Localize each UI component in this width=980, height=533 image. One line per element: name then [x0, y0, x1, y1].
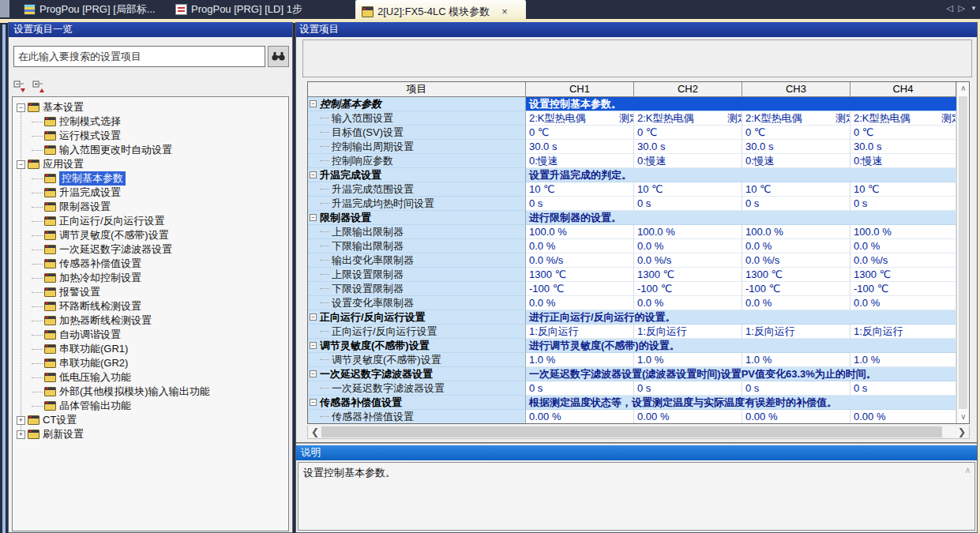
- item-cell[interactable]: 上限输出限制器: [308, 225, 526, 239]
- value-cell-ch1[interactable]: 10 ℃: [526, 182, 634, 197]
- value-cell-ch1[interactable]: 0 s: [526, 381, 634, 396]
- tree-item-10[interactable]: 调节灵敏度(不感带)设置: [13, 228, 288, 242]
- item-cell[interactable]: 升温完成均热时间设置: [308, 197, 526, 211]
- value-cell-ch2[interactable]: 30.0 s: [634, 140, 742, 154]
- tree-item-3[interactable]: 运行模式设置: [13, 129, 288, 143]
- tree-item-6[interactable]: 控制基本参数: [13, 171, 288, 186]
- collapse-group-icon[interactable]: −: [310, 171, 317, 178]
- tree-item-19[interactable]: 串联功能(GR2): [13, 356, 288, 370]
- value-cell-ch3[interactable]: 10 ℃: [742, 182, 850, 197]
- close-tab-icon[interactable]: ×: [501, 6, 508, 17]
- item-cell[interactable]: 下限输出限制器: [308, 239, 526, 253]
- item-cell[interactable]: −一次延迟数字滤波器设置: [308, 367, 526, 381]
- value-cell-ch1[interactable]: 0.0 %: [526, 239, 634, 253]
- value-cell-ch2[interactable]: 0 s: [634, 197, 742, 211]
- search-input[interactable]: [13, 46, 265, 67]
- value-cell-ch1[interactable]: 1:反向运行: [526, 325, 634, 339]
- item-cell[interactable]: −限制器设置: [308, 211, 526, 225]
- tree-item-15[interactable]: 环路断线检测设置: [13, 299, 288, 313]
- value-cell-ch1[interactable]: 0:慢速: [526, 154, 634, 168]
- tree-item-23[interactable]: +CT设置: [13, 413, 288, 427]
- collapse-group-icon[interactable]: −: [310, 370, 317, 377]
- value-cell-ch4[interactable]: 0 s: [850, 197, 956, 211]
- group-description-cell[interactable]: 一次延迟数字滤波器设置(滤波器设置时间)设置PV值变化63.3%为止的时间。: [526, 367, 956, 381]
- value-cell-ch3[interactable]: 1300 ℃: [742, 268, 850, 282]
- value-cell-ch4[interactable]: 10 ℃: [850, 182, 956, 197]
- tree-item-21[interactable]: 外部(其他模拟模块)输入输出功能: [13, 385, 288, 399]
- collapse-node-icon[interactable]: −: [17, 103, 25, 112]
- item-cell[interactable]: 上限设置限制器: [308, 268, 526, 282]
- tree-item-4[interactable]: 输入范围更改时自动设置: [13, 143, 288, 157]
- group-description-cell[interactable]: 进行调节灵敏度(不感带)的设置。: [526, 339, 956, 353]
- vscroll-thumb[interactable]: [959, 96, 967, 409]
- value-cell-ch1[interactable]: 100.0 %: [526, 225, 634, 239]
- scroll-right-icon[interactable]: ❯: [956, 426, 968, 438]
- group-description-cell[interactable]: 设置控制基本参数。: [526, 97, 956, 111]
- value-cell-ch2[interactable]: 2:K型热电偶测定: [634, 111, 742, 126]
- value-cell-ch4[interactable]: 0.0 %: [850, 239, 956, 253]
- tree-item-20[interactable]: 低电压输入功能: [13, 370, 288, 385]
- value-cell-ch4[interactable]: 0 s: [850, 381, 956, 396]
- value-cell-ch1[interactable]: 0 s: [526, 197, 634, 211]
- value-cell-ch4[interactable]: 1:反向运行: [850, 325, 956, 339]
- value-cell-ch2[interactable]: -100 ℃: [634, 282, 742, 296]
- item-cell[interactable]: 调节灵敏度(不感带)设置: [308, 353, 526, 367]
- tree-item-14[interactable]: 报警设置: [13, 285, 288, 299]
- value-cell-ch4[interactable]: 30.0 s: [850, 140, 956, 154]
- group-description-cell[interactable]: 根据测定温度状态等，设置测定温度与实际温度有误差时的补偿值。: [526, 396, 956, 410]
- item-cell[interactable]: 设置变化率限制器: [308, 296, 526, 310]
- tree-item-24[interactable]: +刷新设置: [13, 427, 288, 441]
- item-cell[interactable]: 控制响应参数: [308, 154, 526, 168]
- hscroll-thumb[interactable]: [321, 426, 942, 437]
- value-cell-ch4[interactable]: 1300 ℃: [850, 268, 956, 282]
- value-cell-ch3[interactable]: 0.0 %/s: [742, 253, 850, 268]
- tree-item-12[interactable]: 传感器补偿值设置: [13, 257, 288, 271]
- value-cell-ch1[interactable]: 0.0 %/s: [526, 253, 634, 268]
- value-cell-ch3[interactable]: 1:反向运行: [742, 325, 850, 339]
- item-cell[interactable]: 正向运行/反向运行设置: [308, 325, 526, 339]
- value-cell-ch4[interactable]: 0 ℃: [850, 126, 956, 140]
- value-cell-ch4[interactable]: 100.0 %: [850, 225, 956, 239]
- value-cell-ch4[interactable]: -100 ℃: [850, 282, 956, 296]
- tree-item-22[interactable]: 晶体管输出功能: [13, 399, 288, 413]
- tree-item-8[interactable]: 限制器设置: [13, 200, 288, 214]
- collapse-group-icon[interactable]: −: [310, 214, 317, 221]
- value-cell-ch1[interactable]: 1.0 %: [526, 353, 634, 367]
- value-cell-ch3[interactable]: 0.0 %: [742, 239, 850, 253]
- tree-item-7[interactable]: 升温完成设置: [13, 186, 288, 200]
- table-vertical-scrollbar[interactable]: ∧ ∨: [956, 82, 969, 423]
- value-cell-ch4[interactable]: 0:慢速: [850, 154, 956, 168]
- value-cell-ch2[interactable]: 0.0 %: [634, 296, 742, 310]
- item-cell[interactable]: −控制基本参数: [308, 97, 526, 111]
- value-cell-ch3[interactable]: 1.0 %: [742, 353, 850, 367]
- collapse-group-icon[interactable]: −: [310, 100, 317, 107]
- tree-item-2[interactable]: 控制模式选择: [13, 114, 288, 129]
- value-cell-ch2[interactable]: 0 ℃: [634, 126, 742, 140]
- item-cell[interactable]: 升温完成范围设置: [308, 182, 526, 197]
- expand-node-icon[interactable]: +: [17, 416, 25, 425]
- value-cell-ch4[interactable]: 0.0 %/s: [850, 253, 956, 268]
- collapse-group-icon[interactable]: −: [310, 313, 317, 321]
- value-cell-ch1[interactable]: 0.0 %: [526, 296, 634, 310]
- value-cell-ch4[interactable]: 0.0 %: [850, 296, 956, 310]
- value-cell-ch2[interactable]: 0.0 %: [634, 239, 742, 253]
- group-description-cell[interactable]: 进行正向运行/反向运行的设置。: [526, 310, 956, 325]
- value-cell-ch3[interactable]: 0.0 %: [742, 296, 850, 310]
- value-cell-ch2[interactable]: 1300 ℃: [634, 268, 742, 282]
- item-cell[interactable]: 目标值(SV)设置: [308, 126, 526, 140]
- value-cell-ch4[interactable]: 0.00 %: [850, 410, 956, 423]
- table-horizontal-scrollbar[interactable]: ❮ ❯: [307, 426, 970, 439]
- value-cell-ch3[interactable]: 100.0 %: [742, 225, 850, 239]
- value-cell-ch1[interactable]: 2:K型热电偶测定: [526, 111, 634, 126]
- group-description-cell[interactable]: 设置升温完成的判定。: [526, 168, 956, 182]
- search-button[interactable]: [268, 46, 289, 67]
- scroll-up-icon[interactable]: ∧: [957, 82, 970, 95]
- item-cell[interactable]: 下限设置限制器: [308, 282, 526, 296]
- value-cell-ch3[interactable]: 30.0 s: [742, 140, 850, 154]
- tab-nav-right-icon[interactable]: ▷: [959, 3, 965, 13]
- tree-item-9[interactable]: 正向运行/反向运行设置: [13, 214, 288, 228]
- tab-nav-left-icon[interactable]: ◁: [946, 3, 952, 13]
- item-cell[interactable]: −升温完成设置: [308, 168, 526, 182]
- value-cell-ch2[interactable]: 0:慢速: [634, 154, 742, 168]
- value-cell-ch2[interactable]: 0.00 %: [634, 410, 742, 423]
